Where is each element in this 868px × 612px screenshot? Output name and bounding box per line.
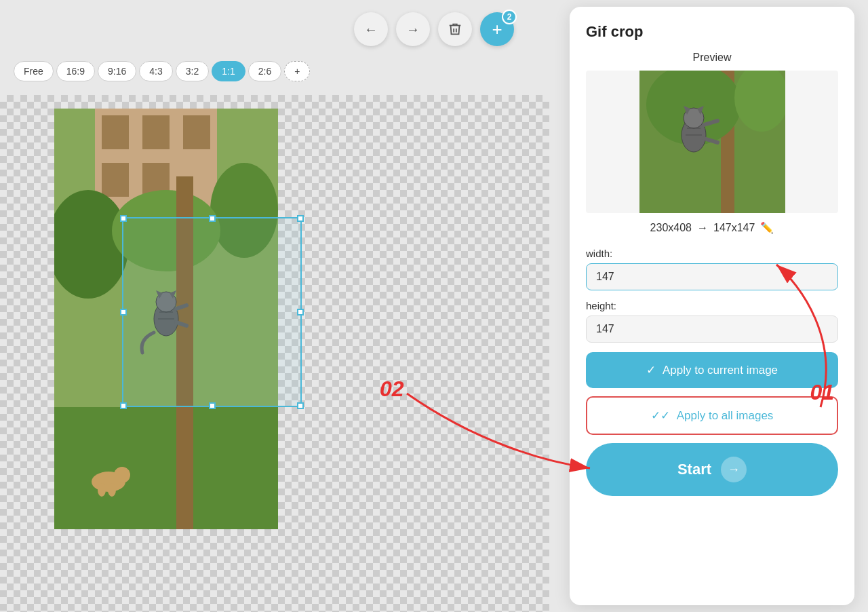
crop-handle-mr[interactable]	[297, 309, 304, 315]
canvas-area	[0, 95, 549, 612]
right-panel: Gif crop Preview 230x408 →	[570, 7, 854, 605]
forward-button[interactable]: →	[396, 12, 430, 46]
size-cropped: 147x147	[713, 222, 755, 234]
preview-svg	[639, 71, 785, 213]
ratio-9-16[interactable]: 9:16	[98, 61, 136, 81]
checkmark-icon: ✓	[646, 363, 656, 377]
width-label: width:	[586, 248, 838, 259]
svg-rect-3	[142, 115, 170, 149]
preview-label: Preview	[586, 52, 838, 64]
size-original: 230x408	[650, 222, 692, 234]
svg-point-23	[108, 483, 116, 497]
apply-all-label: Apply to all images	[677, 409, 774, 423]
apply-all-button[interactable]: ✓✓ Apply to all images	[586, 396, 838, 435]
plus-icon: +	[492, 19, 502, 40]
height-label: height:	[586, 300, 838, 311]
svg-point-22	[98, 483, 106, 497]
delete-button[interactable]	[438, 12, 472, 46]
crop-overlay[interactable]	[122, 217, 302, 407]
start-button[interactable]: Start →	[586, 443, 838, 496]
annotation-01: 01	[810, 380, 834, 405]
apply-current-button[interactable]: ✓ Apply to current image	[586, 352, 838, 388]
svg-rect-4	[183, 115, 210, 149]
ratio-16-9[interactable]: 16:9	[56, 61, 95, 81]
ratio-bar: Free 16:9 9:16 4:3 3:2 1:1 2:6 +	[14, 61, 310, 81]
size-arrow: →	[697, 222, 708, 234]
ratio-3-2[interactable]: 3:2	[176, 61, 209, 81]
height-input[interactable]	[586, 315, 838, 343]
crop-handle-br[interactable]	[297, 402, 304, 409]
annotation-02: 02	[380, 377, 404, 402]
back-button[interactable]: ←	[354, 12, 388, 46]
crop-handle-tc[interactable]	[209, 215, 216, 222]
crop-handle-bl[interactable]	[120, 402, 127, 409]
svg-point-21	[114, 467, 130, 483]
width-input[interactable]	[586, 263, 838, 290]
start-arrow-icon: →	[721, 457, 747, 482]
preview-image	[586, 71, 838, 213]
start-label: Start	[677, 461, 711, 478]
svg-rect-5	[102, 163, 129, 197]
toolbar: ← → + 2	[0, 12, 868, 46]
double-check-icon: ✓✓	[651, 408, 670, 423]
ratio-4-3[interactable]: 4:3	[139, 61, 172, 81]
ratio-1-1[interactable]: 1:1	[212, 61, 245, 81]
badge-count: 2	[502, 9, 517, 24]
add-button[interactable]: + 2	[480, 12, 514, 46]
ratio-add[interactable]: +	[284, 61, 310, 81]
width-field-group: width:	[586, 248, 838, 300]
edit-icon[interactable]: ✏️	[760, 221, 774, 234]
svg-rect-10	[54, 407, 278, 529]
ratio-2-6[interactable]: 2:6	[248, 61, 281, 81]
image-container	[54, 109, 278, 529]
size-info: 230x408 → 147x147 ✏️	[586, 221, 838, 234]
crop-handle-tl[interactable]	[120, 215, 127, 222]
height-field-group: height:	[586, 300, 838, 352]
crop-handle-bc[interactable]	[209, 402, 216, 409]
ratio-free[interactable]: Free	[14, 61, 54, 81]
apply-current-label: Apply to current image	[663, 364, 778, 377]
crop-handle-tr[interactable]	[297, 215, 304, 222]
svg-rect-2	[102, 115, 129, 149]
crop-handle-ml[interactable]	[120, 309, 127, 315]
